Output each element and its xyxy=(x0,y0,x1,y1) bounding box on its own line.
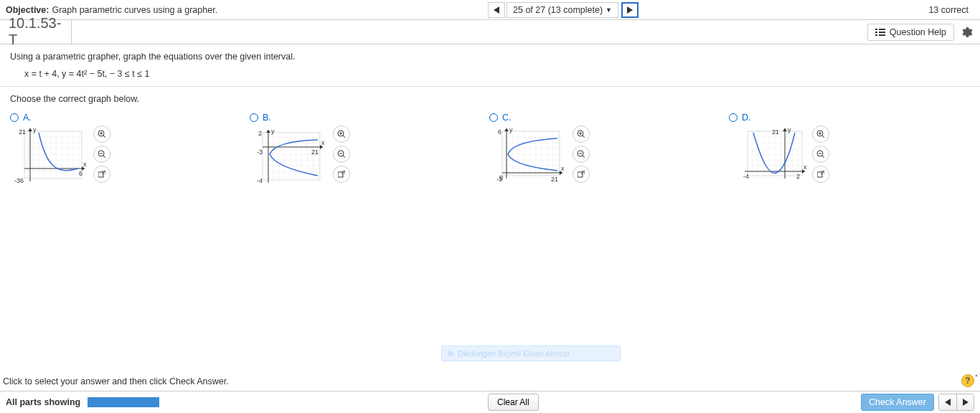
popout-button[interactable] xyxy=(812,166,829,183)
radio-icon xyxy=(250,113,258,122)
axis-label: -3 xyxy=(496,176,502,183)
option-a-label: A. xyxy=(23,113,32,123)
chevron-down-icon: ▼ xyxy=(606,6,612,14)
triangle-left-icon xyxy=(494,6,499,14)
axis-label: y xyxy=(509,126,513,133)
axis-label: x xyxy=(83,161,87,168)
popout-icon xyxy=(817,171,824,178)
zoom-out-button[interactable] xyxy=(812,146,829,163)
options-row: A. 21 -36 6 x y xyxy=(10,113,970,190)
question-help-label: Question Help xyxy=(890,27,946,37)
popout-icon xyxy=(98,171,105,178)
question-help-button[interactable]: Question Help xyxy=(867,24,954,41)
svg-line-27 xyxy=(343,136,345,138)
option-a-radio[interactable]: A. xyxy=(10,113,250,123)
popout-button[interactable] xyxy=(333,166,350,183)
zoom-out-icon xyxy=(816,150,825,158)
zoom-in-icon xyxy=(337,130,346,138)
svg-line-31 xyxy=(343,156,345,158)
axis-label: 21 xyxy=(311,148,319,156)
triangle-right-icon xyxy=(627,6,633,14)
zoom-out-icon xyxy=(577,150,585,158)
axis-label: 6 xyxy=(498,128,501,136)
divider xyxy=(0,86,980,87)
progress-text: 25 of 27 (13 complete) xyxy=(513,5,603,15)
svg-rect-33 xyxy=(338,172,343,177)
zoom-in-button[interactable] xyxy=(573,125,590,143)
sub-header: 10.1.53-T Question Help xyxy=(0,20,980,44)
question-prompt: Using a parametric grapher, graph the eq… xyxy=(10,52,970,62)
svg-rect-6 xyxy=(875,34,877,36)
zoom-in-button[interactable] xyxy=(93,125,110,143)
axis-label: 21 xyxy=(772,128,779,136)
objective-text: Graph parametric curves using a grapher. xyxy=(52,5,217,15)
axis-label: -3 xyxy=(257,148,263,156)
axis-label: x xyxy=(321,139,325,146)
svg-rect-3 xyxy=(879,29,885,30)
objective-label: Objective: xyxy=(6,5,49,15)
choose-text: Choose the correct graph below. xyxy=(10,94,970,104)
axis-label: 21 xyxy=(19,128,26,136)
popout-icon xyxy=(578,171,585,178)
svg-marker-0 xyxy=(494,6,499,14)
zoom-out-button[interactable] xyxy=(333,146,350,163)
axis-label: y xyxy=(33,126,37,133)
axis-label: x xyxy=(561,165,565,172)
svg-rect-46 xyxy=(578,172,583,177)
svg-marker-1 xyxy=(627,6,633,14)
option-c-label: C. xyxy=(502,113,512,123)
svg-rect-8 xyxy=(24,131,82,179)
option-d: D. 21 2 -4 x y xyxy=(729,113,969,190)
nav-center: 25 of 27 (13 complete) ▼ xyxy=(488,2,639,18)
option-b-radio[interactable]: B. xyxy=(250,113,489,123)
zoom-out-icon xyxy=(337,150,346,158)
svg-marker-12 xyxy=(28,128,32,131)
axis-label: 21 xyxy=(551,176,558,183)
zoom-out-button[interactable] xyxy=(93,146,110,163)
popout-button[interactable] xyxy=(93,166,110,183)
svg-line-44 xyxy=(583,156,585,158)
settings-button[interactable] xyxy=(958,24,974,40)
zoom-in-button[interactable] xyxy=(333,125,350,143)
axis-label: -36 xyxy=(14,177,24,184)
svg-line-40 xyxy=(583,136,585,138)
axis-label: x xyxy=(804,163,807,171)
radio-icon xyxy=(729,113,738,122)
option-d-radio[interactable]: D. xyxy=(729,113,969,123)
popout-button[interactable] xyxy=(573,166,590,183)
svg-marker-51 xyxy=(783,128,787,131)
next-question-button[interactable] xyxy=(621,2,639,18)
axis-label: y xyxy=(271,128,275,135)
svg-rect-7 xyxy=(879,34,885,36)
list-icon xyxy=(875,29,885,36)
progress-dropdown[interactable]: 25 of 27 (13 complete) ▼ xyxy=(507,2,618,18)
option-d-label: D. xyxy=(742,113,751,123)
zoom-in-icon xyxy=(816,130,825,138)
svg-line-18 xyxy=(103,156,105,158)
svg-marker-38 xyxy=(504,128,509,131)
graph-d: 21 2 -4 x y xyxy=(729,125,808,190)
svg-rect-59 xyxy=(817,172,822,177)
axis-label: 2 xyxy=(796,173,800,180)
option-c-radio[interactable]: C. xyxy=(489,113,729,123)
graph-c: 6 0 21 -3 x y xyxy=(489,125,568,190)
zoom-out-icon xyxy=(98,150,106,158)
zoom-in-icon xyxy=(577,130,585,138)
svg-rect-4 xyxy=(875,32,877,33)
option-b: B. 2 -4 21 -3 x y xyxy=(250,113,489,190)
question-body: Using a parametric grapher, graph the eq… xyxy=(0,44,980,190)
zoom-in-button[interactable] xyxy=(812,125,829,143)
radio-icon xyxy=(489,113,498,122)
svg-rect-2 xyxy=(875,29,877,30)
zoom-in-icon xyxy=(98,130,106,138)
question-equation: x = t + 4, y = 4t² − 5t, − 3 ≤ t ≤ 1 xyxy=(10,69,970,79)
graph-a: 21 -36 6 x y xyxy=(10,125,89,190)
svg-marker-25 xyxy=(266,130,270,133)
option-a: A. 21 -36 6 x y xyxy=(10,113,250,190)
option-c: C. 6 0 21 -3 x y xyxy=(489,113,729,190)
prev-question-button[interactable] xyxy=(488,2,505,18)
radio-icon xyxy=(10,113,19,122)
zoom-out-button[interactable] xyxy=(573,146,590,163)
top-bar: Objective: Graph parametric curves using… xyxy=(0,0,980,20)
svg-rect-20 xyxy=(98,172,103,177)
